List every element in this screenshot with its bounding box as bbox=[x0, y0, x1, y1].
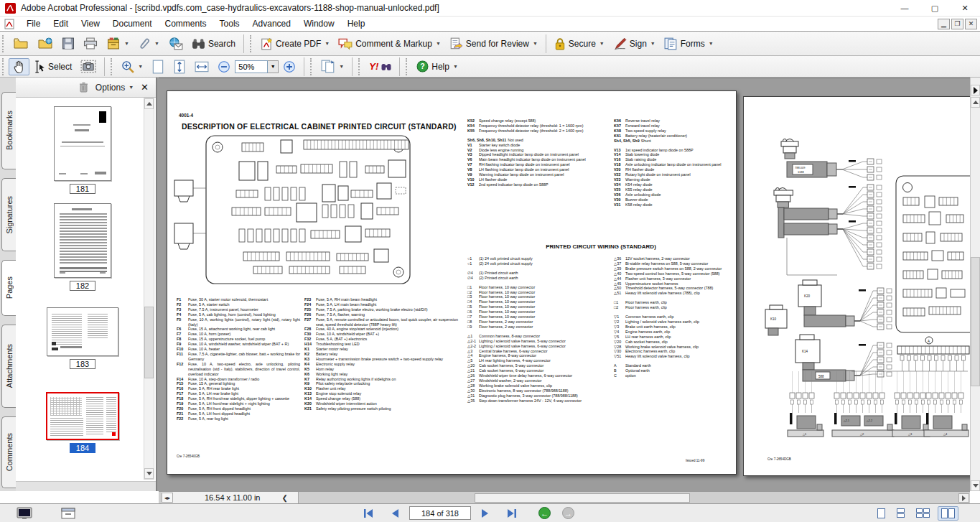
menu-item-edit[interactable]: Edit bbox=[47, 17, 75, 30]
first-page-button[interactable] bbox=[359, 506, 378, 521]
open-organizer-button[interactable] bbox=[33, 35, 57, 52]
doc-close-button[interactable]: ✕ bbox=[965, 19, 977, 29]
vertical-scrollbar[interactable] bbox=[970, 78, 980, 491]
menu-item-help[interactable]: Help bbox=[341, 17, 372, 30]
continuous-facing-view-button[interactable] bbox=[913, 506, 933, 520]
single-page-view-button[interactable] bbox=[874, 506, 889, 521]
print-button[interactable] bbox=[79, 35, 102, 52]
doc-minimize-button[interactable]: ▁ bbox=[938, 19, 950, 29]
tab-pages[interactable]: Pages bbox=[1, 260, 16, 316]
fit-height-button[interactable] bbox=[169, 57, 190, 76]
pane-splitter-icon[interactable]: ◂▸ bbox=[162, 493, 173, 503]
create-pdf-button[interactable]: Create PDF ▼ bbox=[256, 35, 334, 52]
tab-comments[interactable]: Comments bbox=[1, 416, 16, 488]
vertical-scrollbar-thumb[interactable] bbox=[971, 257, 980, 386]
menu-item-comments[interactable]: Comments bbox=[159, 17, 213, 30]
comment-markup-button[interactable]: Comment & Markup ▼ bbox=[334, 35, 445, 52]
fit-width-button[interactable] bbox=[190, 57, 213, 76]
thumbnail-184[interactable]: 184 bbox=[22, 392, 144, 453]
zoom-level-dropdown[interactable]: ▼ bbox=[268, 60, 279, 73]
secure-button[interactable]: Secure ▼ bbox=[550, 35, 609, 52]
send-for-review-button[interactable]: Send for Review ▼ bbox=[445, 35, 542, 52]
scroll-down-icon[interactable] bbox=[971, 480, 980, 491]
fullscreen-view-button[interactable] bbox=[13, 505, 36, 522]
open-button[interactable] bbox=[9, 35, 33, 52]
menu-item-view[interactable]: View bbox=[75, 17, 106, 30]
close-button[interactable]: ✕ bbox=[950, 0, 980, 17]
tab-attachments[interactable]: Attachments bbox=[1, 325, 16, 408]
trash-icon[interactable] bbox=[79, 82, 88, 93]
scroll-up-icon[interactable] bbox=[144, 98, 154, 109]
menu-item-window[interactable]: Window bbox=[297, 17, 341, 30]
toolbar-grip[interactable] bbox=[310, 58, 314, 75]
email-button[interactable] bbox=[164, 35, 187, 52]
scroll-down-icon[interactable] bbox=[144, 468, 154, 479]
toolbar-grip[interactable] bbox=[358, 58, 362, 75]
next-page-button[interactable] bbox=[477, 506, 494, 521]
thumbnail-182[interactable]: 182 bbox=[29, 203, 136, 291]
toolbar-grip[interactable] bbox=[2, 58, 6, 75]
panel-scrollbar-thumb[interactable] bbox=[144, 307, 154, 378]
save-button[interactable] bbox=[57, 35, 79, 52]
organizer-button[interactable]: ▼ bbox=[102, 35, 134, 52]
panel-scrollbar[interactable] bbox=[144, 98, 154, 480]
menu-item-tools[interactable]: Tools bbox=[213, 17, 246, 30]
reference-list-item: K55Frequency threshold detector relay (t… bbox=[467, 129, 608, 134]
page-number-field[interactable]: 184 of 318 bbox=[409, 506, 471, 520]
facing-view-button[interactable] bbox=[938, 506, 958, 521]
tab-signatures[interactable]: Signatures bbox=[1, 178, 16, 251]
zoom-level-combo: ▼ bbox=[235, 60, 279, 73]
thumbnail-181[interactable]: 181 bbox=[29, 106, 136, 194]
help-button[interactable]: ? Help ▼ bbox=[412, 58, 462, 75]
last-page-button[interactable] bbox=[503, 506, 521, 521]
reference-list-item: K57Forward travel relay bbox=[614, 123, 733, 129]
next-view-button[interactable]: → bbox=[562, 507, 574, 519]
dropdown-arrow-icon: ▼ bbox=[533, 41, 538, 46]
attach-button[interactable]: ▼ bbox=[134, 35, 164, 52]
toolbar-grip[interactable] bbox=[2, 35, 6, 52]
tab-bookmarks[interactable]: Bookmarks bbox=[1, 92, 16, 169]
split-window-button[interactable] bbox=[57, 505, 79, 521]
minimize-button[interactable]: — bbox=[890, 0, 920, 17]
toolbar-grip[interactable] bbox=[111, 58, 114, 75]
page-display-button[interactable]: ▼ bbox=[317, 57, 348, 75]
chevron-left-icon[interactable]: ❮ bbox=[276, 494, 293, 502]
toolbar-grip[interactable] bbox=[406, 58, 409, 75]
menu-item-document[interactable]: Document bbox=[106, 17, 159, 30]
toolbar-grip[interactable] bbox=[250, 35, 253, 52]
main-area: Bookmarks Signatures Pages Attachments C… bbox=[0, 78, 980, 491]
fuse-list-column-1: F1Fuse, 30 A, starter motor solenoid, th… bbox=[177, 297, 300, 421]
previous-page-button[interactable] bbox=[386, 506, 403, 521]
previous-view-button[interactable]: ← bbox=[538, 507, 551, 519]
continuous-view-button[interactable] bbox=[893, 506, 908, 520]
sign-button[interactable]: Sign ▼ bbox=[609, 35, 660, 52]
doc-restore-button[interactable]: ❐ bbox=[951, 19, 963, 29]
create-pdf-icon bbox=[261, 37, 273, 50]
zoom-out-button[interactable] bbox=[213, 58, 235, 75]
forms-button[interactable]: Forms ▼ bbox=[660, 35, 718, 52]
document-area[interactable]: 4001-4 DESCRIPTION OF ELECTRICAL CABINET… bbox=[159, 78, 970, 491]
menu-item-advanced[interactable]: Advanced bbox=[246, 17, 297, 30]
menu-item-file[interactable]: File bbox=[20, 17, 47, 30]
zoom-in-button[interactable] bbox=[279, 58, 300, 75]
reference-list-item: V2Diode less engine running bbox=[467, 148, 608, 153]
search-button[interactable]: Search bbox=[187, 36, 240, 52]
snapshot-tool-button[interactable] bbox=[76, 57, 101, 75]
horizontal-scrollbar-thumb[interactable] bbox=[475, 493, 690, 503]
options-menu-button[interactable]: Options ▼ bbox=[95, 83, 134, 93]
dropdown-arrow-icon: ▼ bbox=[453, 64, 458, 69]
maximize-button[interactable]: ▢ bbox=[920, 0, 950, 17]
fit-page-button[interactable] bbox=[147, 57, 169, 76]
scroll-up-icon[interactable] bbox=[971, 97, 980, 108]
collapse-pane-icon[interactable] bbox=[971, 85, 980, 95]
zoom-tool-button[interactable]: ▼ bbox=[117, 58, 147, 75]
yahoo-search-button[interactable]: Y! bbox=[365, 59, 396, 74]
panel-close-icon[interactable]: ✕ bbox=[141, 82, 149, 93]
zoom-level-input[interactable] bbox=[235, 60, 268, 73]
reference-list-item: K3Hourmeter + transmission brake pressur… bbox=[304, 357, 458, 362]
scroll-right-icon[interactable] bbox=[958, 493, 969, 503]
reference-list-item: K4Electronic supply relay bbox=[304, 362, 458, 367]
thumbnail-183[interactable]: 183 bbox=[22, 307, 144, 369]
hand-tool-button[interactable] bbox=[9, 58, 29, 75]
select-tool-button[interactable]: Select bbox=[29, 58, 76, 75]
